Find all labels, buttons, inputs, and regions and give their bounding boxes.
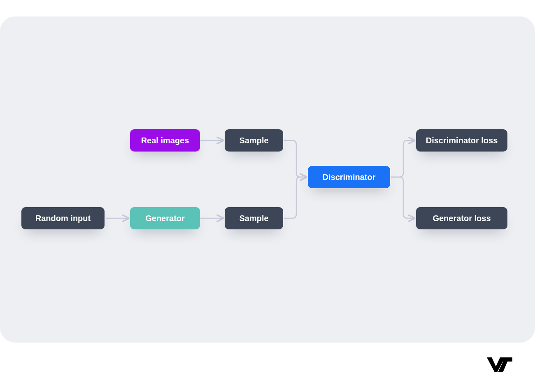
arrow-sample-top-to-discriminator	[284, 140, 305, 177]
diagram-canvas: Real images Sample Random input Generato…	[0, 16, 535, 343]
node-label: Sample	[239, 214, 268, 223]
node-label: Discriminator	[323, 173, 376, 182]
arrow-sample-bottom-to-discriminator	[284, 177, 305, 218]
node-generator: Generator	[130, 207, 200, 229]
node-label: Real images	[141, 136, 189, 145]
node-random-input: Random input	[21, 207, 105, 229]
node-label: Random input	[35, 214, 91, 223]
node-generator-loss: Generator loss	[416, 207, 507, 229]
v7-logo-icon	[487, 357, 512, 372]
connectors	[0, 16, 535, 343]
node-label: Sample	[239, 136, 268, 145]
node-label: Discriminator loss	[426, 136, 498, 145]
node-discriminator-loss: Discriminator loss	[416, 129, 507, 152]
arrow-disc-to-genloss	[391, 177, 414, 218]
node-sample-bottom: Sample	[225, 207, 283, 229]
node-real-images: Real images	[130, 129, 200, 152]
node-label: Generator	[145, 214, 185, 223]
arrow-disc-to-discloss	[391, 140, 414, 177]
node-label: Generator loss	[433, 214, 491, 223]
node-discriminator: Discriminator	[308, 166, 390, 188]
node-sample-top: Sample	[225, 129, 283, 152]
